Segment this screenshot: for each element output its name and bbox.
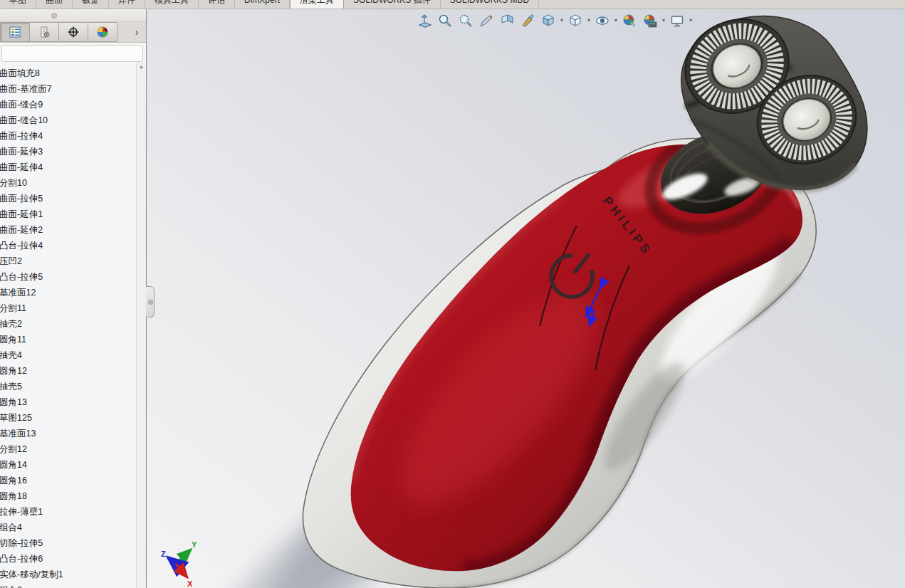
- tree-item[interactable]: 曲面-延伸2: [0, 222, 137, 238]
- featuremanager-tree-icon: [9, 26, 21, 38]
- apply-scene-icon[interactable]: [641, 11, 659, 30]
- tree-item[interactable]: 抽壳2: [0, 316, 137, 332]
- tree-item[interactable]: 圆角12: [0, 363, 137, 379]
- tree-item[interactable]: 基准面13: [0, 426, 137, 441]
- tree-item[interactable]: 基准面12: [0, 285, 137, 300]
- shaver-model[interactable]: PHILIPS: [303, 9, 867, 588]
- ribbon-tab-bar: 草图曲面钣金焊件模具工具评估DimXpert渲染工具SOLIDWORKS 插件S…: [0, 0, 905, 9]
- ribbon-tab[interactable]: 评估: [199, 0, 235, 9]
- zoom-to-fit-icon[interactable]: [415, 11, 434, 30]
- view-orientation-icon[interactable]: [539, 11, 558, 30]
- ribbon-tab[interactable]: 曲面: [36, 0, 73, 9]
- ribbon-tab[interactable]: DimXpert: [235, 0, 290, 9]
- ribbon-tab[interactable]: SOLIDWORKS 插件: [344, 0, 441, 9]
- tree-item[interactable]: 抽壳5: [0, 379, 137, 394]
- feature-tree: 曲面填充8曲面-基准面7曲面-缝合9曲面-缝合10曲面-拉伸4曲面-延伸3曲面-…: [0, 63, 137, 588]
- ribbon-tab[interactable]: 焊件: [109, 0, 145, 9]
- tree-item[interactable]: 凸台-拉伸4: [0, 238, 137, 253]
- configurationmanager-tab[interactable]: [59, 22, 88, 42]
- zoom-to-area-icon[interactable]: [436, 11, 454, 30]
- tree-item[interactable]: 抽壳4: [0, 347, 137, 363]
- featuremanager-tree-tab[interactable]: [0, 22, 30, 42]
- orientation-triad: Y Z X: [161, 540, 197, 588]
- tree-item[interactable]: 曲面-拉伸5: [0, 191, 137, 206]
- scroll-up-arrow[interactable]: ▲: [137, 64, 146, 69]
- tree-item[interactable]: 分割11: [0, 300, 137, 316]
- tree-item[interactable]: 拉伸-薄壁1: [0, 504, 137, 520]
- tree-item[interactable]: 组合6: [0, 582, 137, 588]
- hide-show-items-dropdown-caret[interactable]: ▾: [614, 11, 617, 30]
- 3d-drawing-view-icon[interactable]: [477, 11, 496, 30]
- panel-grip-handle[interactable]: [51, 13, 57, 19]
- apply-scene-dropdown-caret[interactable]: ▾: [662, 11, 665, 30]
- feature-filter-input[interactable]: [1, 45, 143, 62]
- tree-item[interactable]: 组合4: [0, 520, 137, 535]
- featuremanager-panel: › 曲面填充8曲面-基准面7曲面-缝合9曲面-缝合10曲面-拉伸4曲面-延伸3曲…: [0, 9, 147, 588]
- tree-item[interactable]: 圆角16: [0, 473, 137, 488]
- ribbon-tab[interactable]: 草图: [0, 0, 36, 9]
- triad-y-label: Y: [192, 540, 197, 549]
- ribbon-tab[interactable]: 钣金: [73, 0, 109, 9]
- tree-item[interactable]: 草图125: [0, 410, 137, 426]
- tree-item[interactable]: 分割12: [0, 441, 137, 457]
- display-style-icon[interactable]: [566, 11, 585, 30]
- splitter-dot: [148, 300, 153, 305]
- tree-item[interactable]: 曲面-延伸1: [0, 206, 137, 222]
- tree-scrollbar[interactable]: ▲: [136, 63, 146, 588]
- configurationmanager-icon: [67, 26, 80, 38]
- section-view-icon[interactable]: [498, 11, 516, 30]
- ribbon-tabs: 草图曲面钣金焊件模具工具评估DimXpert渲染工具SOLIDWORKS 插件S…: [0, 0, 905, 9]
- triad-x-label: X: [187, 579, 193, 588]
- triad-z-label: Z: [161, 550, 166, 558]
- tree-item[interactable]: 圆角13: [0, 394, 137, 410]
- ribbon-tab[interactable]: 模具工具: [145, 0, 199, 9]
- ribbon-tab[interactable]: SOLIDWORKS MBD: [441, 0, 539, 9]
- hide-show-items-icon[interactable]: [593, 11, 612, 30]
- edit-appearance-icon[interactable]: [620, 11, 639, 30]
- previous-view-icon[interactable]: [456, 11, 475, 30]
- tree-item[interactable]: 切除-拉伸5: [0, 535, 137, 551]
- tree-item[interactable]: 凸台-拉伸5: [0, 269, 137, 285]
- tree-item[interactable]: 曲面-缝合9: [0, 97, 137, 112]
- solidworks-window: 草图曲面钣金焊件模具工具评估DimXpert渲染工具SOLIDWORKS 插件S…: [0, 0, 905, 588]
- tree-item[interactable]: 圆角18: [0, 488, 137, 504]
- tree-item[interactable]: 曲面-延伸3: [0, 144, 137, 159]
- displaymanager-tab[interactable]: [88, 22, 117, 42]
- heads-up-view-toolbar: ▾ ▾ ▾: [415, 11, 693, 30]
- tree-item[interactable]: 凸台-拉伸6: [0, 551, 137, 567]
- view-settings-icon[interactable]: [668, 11, 686, 30]
- panel-expand-chevron[interactable]: ›: [127, 22, 146, 42]
- tree-item[interactable]: 圆角14: [0, 457, 137, 473]
- propertymanager-icon: [38, 26, 51, 38]
- tree-item[interactable]: 曲面-延伸4: [0, 159, 137, 175]
- tree-item[interactable]: 曲面填充8: [0, 65, 137, 81]
- tree-item[interactable]: 压凹2: [0, 253, 137, 269]
- ribbon-tab[interactable]: 渲染工具: [290, 0, 344, 9]
- view-orientation-dropdown-caret[interactable]: ▾: [560, 11, 563, 30]
- tree-item[interactable]: 曲面-拉伸4: [0, 128, 137, 144]
- tree-item[interactable]: 实体-移动/复制1: [0, 567, 137, 582]
- displaymanager-icon: [96, 26, 109, 38]
- display-style-dropdown-caret[interactable]: ▾: [587, 11, 590, 30]
- graphics-viewport[interactable]: ▾ ▾ ▾: [147, 9, 905, 588]
- appearances-brush-icon[interactable]: [518, 11, 537, 30]
- model-canvas: PHILIPS: [147, 9, 905, 588]
- tree-item[interactable]: 圆角11: [0, 332, 137, 347]
- tree-item[interactable]: 分割10: [0, 175, 137, 191]
- propertymanager-tab[interactable]: [30, 22, 59, 42]
- tree-item[interactable]: 曲面-基准面7: [0, 81, 137, 97]
- manager-tab-bar: ›: [0, 22, 146, 43]
- tree-item[interactable]: 曲面-缝合10: [0, 112, 137, 128]
- view-settings-dropdown-caret[interactable]: ▾: [689, 11, 692, 30]
- panel-header: [0, 9, 146, 22]
- panel-splitter-handle[interactable]: [146, 286, 155, 317]
